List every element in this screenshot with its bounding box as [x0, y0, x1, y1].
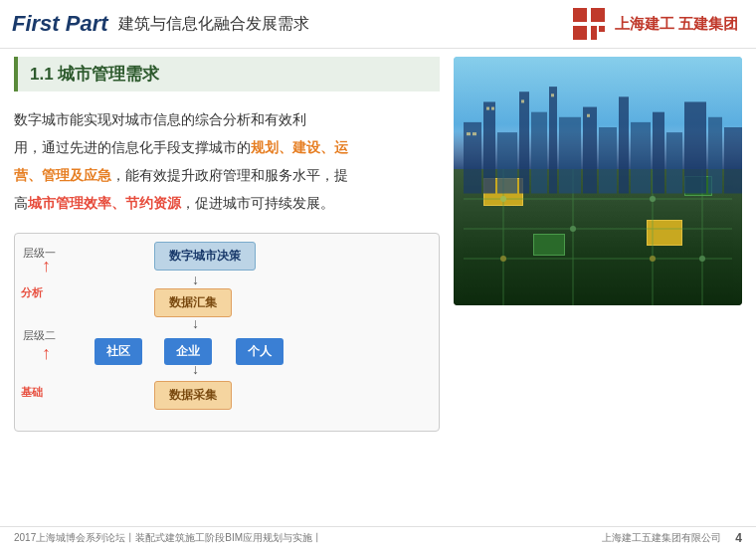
aggregate-box: 数据汇集 [154, 288, 232, 317]
architecture-diagram: 层级一 分析 ↑ 层级二 基础 ↑ 数字城市决策 ↓ 数据汇集 ↓ 社区 企业 … [14, 233, 440, 432]
arrow-up-2-icon: ↑ [42, 343, 51, 364]
paragraph3: 营、管理及应急 [14, 167, 111, 183]
svg-point-13 [570, 226, 576, 232]
svg-rect-37 [491, 107, 494, 110]
svg-rect-19 [483, 101, 495, 193]
personal-box: 个人 [236, 338, 284, 365]
page-number: 4 [735, 531, 742, 545]
layer-two-label: 层级二 [23, 328, 56, 343]
section-number: 1.1 [30, 65, 54, 84]
svg-rect-34 [467, 132, 471, 135]
decision-box: 数字城市决策 [154, 242, 256, 271]
svg-rect-35 [472, 132, 476, 135]
paragraph4-pre: 高 [14, 195, 28, 211]
body-text: 数字城市能实现对城市信息的综合分析和有效利 用，通过先进的信息化手段支撑城市的规… [14, 105, 440, 217]
svg-rect-2 [573, 26, 587, 40]
header: First Part 建筑与信息化融合发展需求 上海建工 五建集团 [0, 0, 756, 49]
svg-rect-1 [591, 8, 605, 22]
city-image [454, 57, 742, 305]
section-heading: 1.1 城市管理需求 [14, 57, 440, 92]
svg-rect-30 [666, 132, 682, 193]
arrow-up-1-icon: ↑ [42, 256, 51, 276]
paragraph1: 数字城市能实现对城市信息的综合分析和有效利 [14, 111, 306, 127]
highlight1: 规划、建设、运 [251, 139, 348, 155]
svg-rect-29 [653, 112, 664, 194]
svg-rect-32 [708, 117, 722, 194]
arrow-down-1-icon: ↓ [192, 272, 199, 287]
footer-company: 上海建工五建集团有限公司 [602, 531, 721, 545]
footer-right: 上海建工五建集团有限公司 4 [602, 531, 742, 545]
svg-rect-23 [549, 87, 557, 193]
svg-rect-27 [619, 96, 629, 193]
svg-rect-26 [599, 127, 617, 193]
svg-rect-28 [631, 122, 651, 194]
analyse-label: 分析 [21, 285, 43, 300]
svg-rect-3 [591, 26, 597, 40]
svg-rect-31 [684, 101, 706, 193]
header-subtitle: 建筑与信息化融合发展需求 [118, 14, 309, 35]
arrow-down-3-icon: ↓ [192, 361, 199, 377]
svg-rect-36 [486, 107, 489, 110]
paragraph4-post: ，促进城市可持续发展。 [181, 195, 334, 211]
highlight2: 城市管理效率、节约资源 [28, 195, 181, 211]
svg-point-12 [500, 196, 506, 202]
layer-one-label: 层级一 [23, 246, 56, 261]
header-left: First Part 建筑与信息化融合发展需求 [12, 11, 309, 37]
svg-point-15 [699, 256, 705, 262]
main-content: 1.1 城市管理需求 数字城市能实现对城市信息的综合分析和有效利 用，通过先进的… [0, 49, 756, 536]
svg-rect-38 [521, 99, 524, 102]
company-logo-icon [571, 6, 607, 42]
footer-event: 2017上海城博会系列论坛丨装配式建筑施工阶段BIM应用规划与实施丨 [14, 531, 322, 545]
base-label: 基础 [21, 385, 43, 400]
paragraph3-rest: ，能有效提升政府管理和服务水平，提 [111, 167, 348, 183]
svg-point-17 [650, 256, 656, 262]
enterprise-box: 企业 [164, 338, 212, 365]
svg-rect-39 [551, 93, 554, 96]
datacollect-box: 数据采集 [154, 381, 232, 410]
footer: 2017上海城博会系列论坛丨装配式建筑施工阶段BIM应用规划与实施丨 上海建工五… [0, 526, 756, 549]
svg-rect-4 [599, 26, 605, 32]
logo-area: 上海建工 五建集团 [571, 6, 738, 42]
svg-rect-25 [583, 107, 597, 194]
right-column [454, 57, 742, 532]
svg-rect-33 [724, 127, 742, 193]
skyline-svg [454, 82, 742, 194]
first-part-label: First Part [12, 11, 108, 37]
svg-rect-22 [531, 112, 547, 194]
left-column: 1.1 城市管理需求 数字城市能实现对城市信息的综合分析和有效利 用，通过先进的… [14, 57, 440, 532]
svg-rect-21 [519, 92, 529, 193]
svg-rect-24 [559, 117, 581, 194]
svg-rect-20 [497, 132, 517, 193]
section-title: 城市管理需求 [58, 65, 159, 84]
svg-rect-40 [587, 114, 590, 117]
community-box: 社区 [94, 338, 142, 365]
svg-point-16 [500, 256, 506, 262]
logo-text: 上海建工 五建集团 [615, 15, 738, 34]
paragraph2: 用，通过先进的信息化手段支撑城市的 [14, 139, 251, 155]
svg-rect-0 [573, 8, 587, 22]
svg-point-14 [650, 196, 656, 202]
arrow-down-2-icon: ↓ [192, 315, 199, 331]
